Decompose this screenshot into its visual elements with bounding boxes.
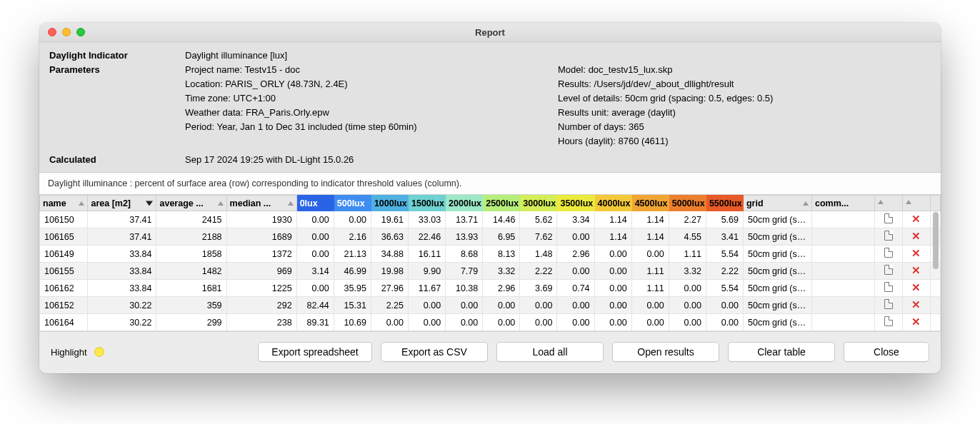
export-csv-button[interactable]: Export as CSV (381, 342, 488, 362)
cell-delete-row[interactable]: ✕ (902, 263, 930, 280)
table-row[interactable]: 10616537.41218816890.002.1636.6322.4613.… (40, 228, 941, 246)
scrollbar-thumb[interactable] (933, 212, 939, 269)
col-median[interactable]: median ... (226, 196, 296, 211)
col-lux-2[interactable]: 1000lux (371, 196, 408, 211)
col-action-2[interactable] (902, 196, 930, 211)
table-row[interactable]: 10614933.84185813720.0021.1334.8816.118.… (40, 246, 941, 263)
col-lux-7[interactable]: 3500lux (557, 196, 594, 211)
cell-delete-row[interactable]: ✕ (902, 211, 930, 228)
cell-lux-5: 2.96 (483, 280, 520, 297)
table-row[interactable]: 10615037.41241519300.000.0019.6133.0313.… (40, 211, 941, 228)
col-scroll-gutter (930, 196, 940, 211)
col-lux-5[interactable]: 2500lux (483, 196, 520, 211)
cell-lux-9: 1.14 (631, 228, 669, 246)
cell-delete-row[interactable]: ✕ (902, 297, 930, 314)
col-lux-11[interactable]: 5500lux (706, 196, 743, 211)
cell-delete-row[interactable]: ✕ (902, 246, 930, 263)
col-lux-1[interactable]: 500lux (334, 196, 371, 211)
cell-lux-4: 10.38 (446, 280, 483, 297)
cell-open-row[interactable] (874, 228, 902, 246)
document-icon (884, 213, 893, 223)
cell-open-row[interactable] (874, 297, 902, 314)
cell-lux-7: 0.00 (557, 228, 594, 246)
clear-table-button[interactable]: Clear table (728, 342, 835, 362)
document-icon (884, 316, 893, 326)
cell-lux-0: 3.14 (296, 263, 334, 280)
cell-lux-4: 13.71 (446, 211, 483, 228)
cell-grid: 50cm grid (sp... (743, 314, 811, 331)
cell-lux-6: 7.62 (520, 228, 557, 246)
col-lux-3[interactable]: 1500lux (409, 196, 446, 211)
cell-lux-2: 19.98 (371, 263, 408, 280)
cell-lux-0: 82.44 (296, 297, 334, 314)
cell-lux-0: 0.00 (296, 246, 334, 263)
document-icon (884, 299, 893, 309)
document-icon (884, 282, 893, 292)
cell-grid: 50cm grid (sp... (743, 246, 811, 263)
cell-lux-9: 0.00 (631, 246, 669, 263)
cell-average: 359 (156, 297, 226, 314)
cell-open-row[interactable] (874, 314, 902, 331)
param-model: Model: doc_testv15_lux.skp (558, 64, 931, 76)
cell-name: 106149 (40, 246, 88, 263)
cell-lux-10: 4.55 (669, 228, 706, 246)
cell-open-row[interactable] (874, 263, 902, 280)
col-average[interactable]: average ... (156, 196, 226, 211)
cell-lux-8: 1.14 (594, 211, 631, 228)
cell-open-row[interactable] (874, 211, 902, 228)
cell-average: 1681 (156, 280, 226, 297)
label-calculated: Calculated (49, 153, 185, 166)
cell-lux-2: 0.00 (371, 314, 408, 331)
cell-lux-11: 3.41 (706, 228, 743, 246)
param-period: Period: Year, Jan 1 to Dec 31 included (… (185, 121, 558, 133)
open-results-button[interactable]: Open results (612, 342, 719, 362)
col-comment[interactable]: comm... (812, 196, 875, 211)
cell-lux-5: 8.13 (483, 246, 520, 263)
close-button[interactable]: Close (844, 342, 929, 362)
scrollbar-track[interactable] (932, 212, 939, 330)
table-row[interactable]: 10615230.2235929282.4415.312.250.000.000… (40, 297, 941, 314)
cell-lux-10: 2.27 (669, 211, 706, 228)
table-row[interactable]: 10616233.84168112250.0035.9527.9611.6710… (40, 280, 941, 297)
cell-delete-row[interactable]: ✕ (902, 228, 930, 246)
highlight-control[interactable]: Highlight (51, 347, 104, 358)
col-grid[interactable]: grid (743, 196, 811, 211)
col-lux-10[interactable]: 5000lux (669, 196, 706, 211)
cell-lux-11: 0.00 (706, 314, 743, 331)
col-lux-9[interactable]: 4500lux (631, 196, 669, 211)
cell-lux-0: 0.00 (296, 211, 334, 228)
col-action-1[interactable] (874, 196, 902, 211)
col-lux-0[interactable]: 0lux (296, 196, 334, 211)
cell-comment (812, 211, 875, 228)
cell-lux-7: 0.00 (557, 263, 594, 280)
col-lux-6[interactable]: 3000lux (520, 196, 557, 211)
cell-lux-10: 0.00 (669, 314, 706, 331)
table-row[interactable]: 10616430.2229923889.3110.690.000.000.000… (40, 314, 941, 331)
load-all-button[interactable]: Load all (496, 342, 604, 362)
param-project: Project name: Testv15 - doc (185, 64, 558, 76)
cell-lux-6: 5.62 (520, 211, 557, 228)
cell-lux-2: 27.96 (371, 280, 408, 297)
export-spreadsheet-button[interactable]: Export spreadsheet (258, 342, 372, 362)
param-hours: Hours (daylit): 8760 (4611) (558, 135, 931, 148)
cell-delete-row[interactable]: ✕ (902, 280, 930, 297)
cell-open-row[interactable] (874, 246, 902, 263)
col-lux-8[interactable]: 4000lux (594, 196, 631, 211)
col-area[interactable]: area [m2] (88, 196, 156, 211)
highlight-label: Highlight (51, 347, 87, 358)
col-lux-4[interactable]: 2000lux (446, 196, 483, 211)
table-row[interactable]: 10615533.8414829693.1446.9919.989.907.79… (40, 263, 941, 280)
cell-delete-row[interactable]: ✕ (902, 314, 930, 331)
cell-lux-0: 0.00 (296, 228, 334, 246)
cell-open-row[interactable] (874, 280, 902, 297)
cell-median: 238 (226, 314, 296, 331)
cell-average: 2415 (156, 211, 226, 228)
results-table-wrap: name area [m2] average ... median ... 0l… (39, 194, 941, 331)
cell-area: 33.84 (88, 263, 156, 280)
col-name[interactable]: name (40, 196, 88, 211)
sort-icon (79, 201, 84, 206)
cell-lux-8: 1.14 (594, 228, 631, 246)
cell-lux-9: 0.00 (631, 297, 669, 314)
cell-lux-11: 5.69 (706, 211, 743, 228)
cell-average: 299 (156, 314, 226, 331)
